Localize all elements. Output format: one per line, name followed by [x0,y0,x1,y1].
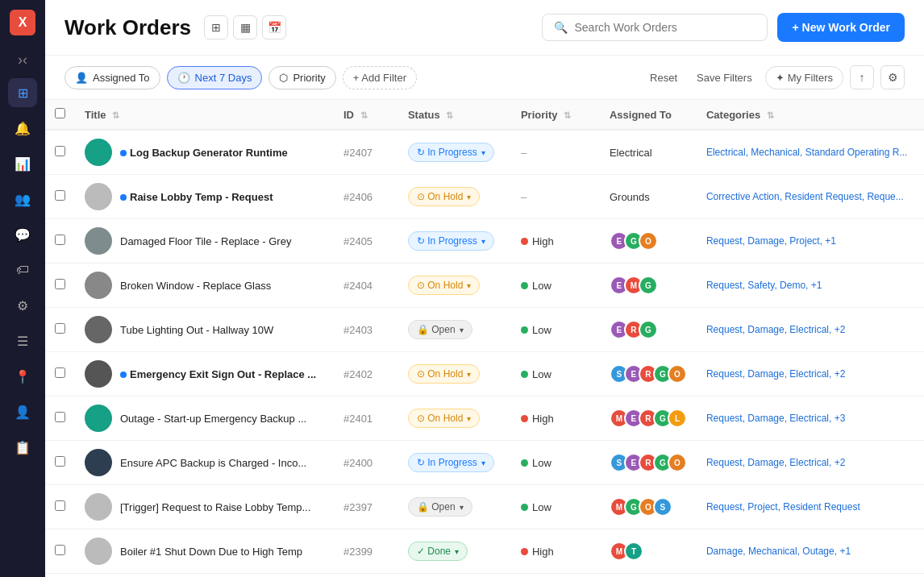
sidebar-item-person[interactable]: 👤 [8,397,37,426]
row-checkbox[interactable] [55,456,65,467]
col-categories[interactable]: Categories ⇅ [697,100,924,130]
work-order-title: Tube Lighting Out - Hallway 10W [120,324,273,336]
status-badge[interactable]: ↻ In Progress ▾ [408,231,494,251]
page-title: Work Orders [65,15,191,40]
status-badge[interactable]: ✓ Done ▾ [408,542,468,561]
work-order-title: Broken Window - Replace Glass [120,280,271,292]
table-row[interactable]: Emergency Exit Sign Out - Replace ... #2… [45,352,924,396]
table-row[interactable]: [Trigger] Request to Raise Lobby Temp...… [45,485,924,529]
settings-columns-button[interactable]: ⚙ [880,65,905,89]
avatar [85,183,112,210]
sidebar-item-chat[interactable]: 💬 [8,220,37,249]
save-filters-button[interactable]: Save Filters [690,67,759,89]
row-checkbox[interactable] [55,235,65,245]
status-chevron-icon: ▾ [467,193,471,201]
categories-cell[interactable]: Damage, Mechanical, Outage, +1 [697,529,924,574]
status-badge[interactable]: ↻ In Progress ▾ [408,143,494,162]
sidebar-expand-icon[interactable]: ›‹ [15,48,31,72]
work-order-id: #2400 [334,441,398,485]
categories-cell[interactable]: Request, Project, Resident Request [697,485,924,529]
avatar [85,405,112,432]
status-badge[interactable]: 🔒 Open ▾ [408,320,472,339]
sidebar-item-reports[interactable]: 📊 [8,149,37,178]
row-checkbox[interactable] [55,412,65,422]
col-status[interactable]: Status ⇅ [398,100,511,130]
assigned-avatars: SERGO [610,364,687,384]
row-checkbox[interactable] [55,146,65,156]
sidebar-logo[interactable]: X [10,10,35,35]
sidebar-item-tags[interactable]: 🏷 [8,255,37,284]
title-cell: [Trigger] Request to Raise Lobby Temp... [85,493,324,521]
export-button[interactable]: ↑ [850,65,874,89]
status-badge[interactable]: ⊙ On Hold ▾ [408,409,480,428]
table-row[interactable]: Outage - Start-up Emergency Backup ... #… [45,396,924,441]
my-filters-label: My Filters [788,72,833,84]
row-checkbox[interactable] [55,545,65,555]
title-cell: Outage - Start-up Emergency Backup ... [85,405,324,432]
avatar [85,360,112,388]
filter-next-days[interactable]: 🕐 Next 7 Days [167,66,263,89]
table-row[interactable]: Log Backup Generator Runtime #2407↻ In P… [45,130,924,175]
sidebar: X ›‹ ⊞ 🔔 📊 👥 💬 🏷 ⚙ ☰ 📍 👤 📋 [0,0,45,577]
categories-cell[interactable]: Request, Damage, Electrical, +2 [697,352,924,396]
sidebar-item-users[interactable]: 👥 [8,185,37,214]
status-badge[interactable]: ⊙ On Hold ▾ [408,187,480,206]
row-checkbox[interactable] [55,323,65,334]
filter-priority[interactable]: ⬡ Priority [268,66,335,89]
categories-cell[interactable]: Request, Damage, Project, +1 [697,219,924,264]
row-checkbox[interactable] [55,367,65,378]
sidebar-item-list[interactable]: ☰ [8,326,37,355]
sidebar-item-settings[interactable]: ⚙ [8,291,37,320]
row-checkbox[interactable] [55,279,65,289]
view-calendar-button[interactable]: 📅 [262,15,286,39]
view-table-button[interactable]: ▦ [233,15,257,39]
status-badge[interactable]: ⊙ On Hold ▾ [408,276,480,295]
row-checkbox[interactable] [55,500,65,511]
assigned-avatars: EMG [610,276,687,295]
search-bar[interactable]: 🔍 [542,14,768,41]
add-filter-button[interactable]: + Add Filter [343,66,417,89]
search-input[interactable] [574,21,755,34]
sidebar-item-notifications[interactable]: 🔔 [8,114,37,143]
table-row[interactable]: Broken Window - Replace Glass #2404⊙ On … [45,264,924,308]
my-filters-button[interactable]: ✦ My Filters [765,66,843,89]
priority-cell: High [521,546,554,558]
categories-cell[interactable]: Request, Damage, Electrical, +2 [697,441,924,485]
col-title[interactable]: Title ⇅ [75,100,334,130]
assigned-avatars: MERGL [610,409,687,428]
work-order-title: Ensure APC Backup is Charged - Inco... [120,457,306,469]
assigned-avatar: S [653,497,672,517]
reset-button[interactable]: Reset [643,67,684,89]
table-row[interactable]: Damaged Floor Tile - Replace - Grey #240… [45,219,924,264]
categories-cell[interactable]: Request, Damage, Electrical, +3 [697,396,924,441]
assigned-avatars: SERGO [610,453,687,472]
categories-cell[interactable]: Request, Damage, Electrical, +2 [697,308,924,352]
sidebar-item-workorders[interactable]: ⊞ [8,78,37,107]
select-all-checkbox[interactable] [55,108,65,118]
table-row[interactable]: Tube Lighting Out - Hallway 10W #2403🔒 O… [45,308,924,352]
work-order-id: #2401 [334,396,398,441]
assigned-avatars: MT [610,542,687,561]
view-columns-button[interactable]: ⊞ [204,15,228,39]
work-order-id: #2405 [334,219,398,264]
new-order-button[interactable]: + New Work Order [777,13,905,42]
col-assigned: Assigned To [600,100,697,130]
filter-next-days-label: Next 7 Days [195,72,252,84]
categories-cell[interactable]: Request, Safety, Demo, +1 [697,264,924,308]
status-badge[interactable]: ↻ In Progress ▾ [408,453,494,472]
priority-cell: Low [521,324,551,336]
status-badge[interactable]: ⊙ On Hold ▾ [408,364,480,384]
row-checkbox[interactable] [55,190,65,201]
table-row[interactable]: Boiler #1 Shut Down Due to High Temp #23… [45,529,924,574]
sidebar-item-location[interactable]: 📍 [8,362,37,391]
filter-assigned-to[interactable]: 👤 Assigned To [65,66,160,89]
col-priority[interactable]: Priority ⇅ [511,100,600,130]
categories-cell[interactable]: Corrective Action, Resident Request, Req… [697,175,924,219]
status-badge[interactable]: 🔒 Open ▾ [408,497,472,517]
table-row[interactable]: Raise Lobby Temp - Request #2406⊙ On Hol… [45,175,924,219]
table-row[interactable]: Ensure APC Backup is Charged - Inco... #… [45,441,924,485]
sidebar-item-inventory[interactable]: 📋 [8,433,37,462]
work-order-title: Damaged Floor Tile - Replace - Grey [120,235,291,247]
col-id[interactable]: ID ⇅ [334,100,398,130]
categories-cell[interactable]: Electrical, Mechanical, Standard Operati… [697,130,924,175]
